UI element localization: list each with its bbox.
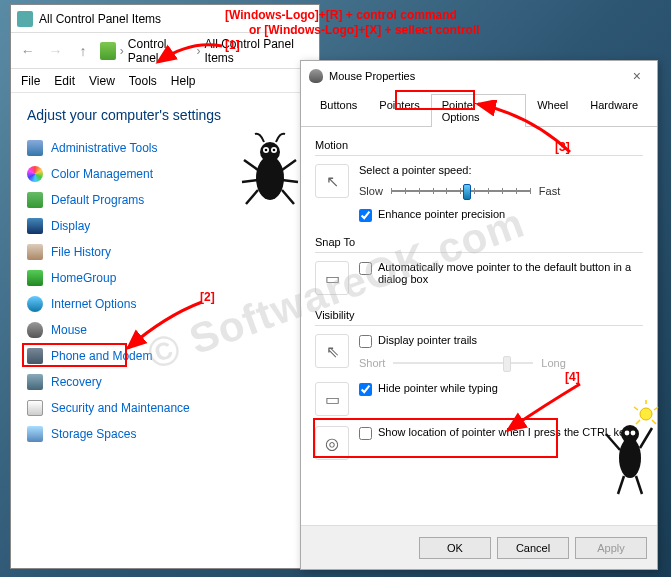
- cp-item-administrative-tools[interactable]: Administrative Tools: [11, 135, 319, 161]
- tab-pointer-options[interactable]: Pointer Options: [431, 94, 526, 127]
- cp-item-storage-spaces[interactable]: Storage Spaces: [11, 421, 319, 447]
- menu-view[interactable]: View: [89, 74, 115, 88]
- pointer-speed-icon: ↖: [315, 164, 349, 198]
- slow-label: Slow: [359, 185, 383, 197]
- group-title-motion: Motion: [315, 139, 643, 151]
- cp-item-homegroup[interactable]: HomeGroup: [11, 265, 319, 291]
- control-panel-list: Administrative Tools Color Management De…: [11, 129, 319, 453]
- tab-label: Pointers: [379, 99, 419, 111]
- pointer-trails-checkbox[interactable]: Display pointer trails: [359, 334, 643, 348]
- ok-button[interactable]: OK: [419, 537, 491, 559]
- dialog-title: Mouse Properties: [329, 70, 415, 82]
- cp-item-label: HomeGroup: [51, 271, 116, 285]
- admin-tools-icon: [27, 140, 43, 156]
- dialog-body: Motion ↖ Select a pointer speed: Slow Fa…: [301, 127, 657, 460]
- cp-item-label: Storage Spaces: [51, 427, 136, 441]
- cp-item-label: Administrative Tools: [51, 141, 158, 155]
- mouse-icon: [27, 322, 43, 338]
- long-label: Long: [541, 357, 565, 369]
- default-programs-icon: [27, 192, 43, 208]
- menu-edit[interactable]: Edit: [54, 74, 75, 88]
- cp-item-internet-options[interactable]: Internet Options: [11, 291, 319, 317]
- group-snap-to: Snap To ▭ Automatically move pointer to …: [315, 236, 643, 295]
- ctrl-locate-input[interactable]: [359, 427, 372, 440]
- tab-hardware[interactable]: Hardware: [579, 94, 649, 127]
- apply-button[interactable]: Apply: [575, 537, 647, 559]
- group-title-visibility: Visibility: [315, 309, 643, 321]
- address-bar: ← → ↑ › Control Panel › All Control Pane…: [11, 33, 319, 69]
- cp-item-label: File History: [51, 245, 111, 259]
- recovery-icon: [27, 374, 43, 390]
- breadcrumb[interactable]: › Control Panel › All Control Panel Item…: [100, 37, 313, 65]
- snap-to-label: Automatically move pointer to the defaul…: [378, 261, 643, 285]
- enhance-precision-input[interactable]: [359, 209, 372, 222]
- nav-up-button[interactable]: ↑: [72, 39, 94, 63]
- nav-forward-button[interactable]: →: [45, 39, 67, 63]
- window-title: All Control Panel Items: [39, 12, 161, 26]
- display-icon: [27, 218, 43, 234]
- cp-item-recovery[interactable]: Recovery: [11, 369, 319, 395]
- hide-pointer-icon: ▭: [315, 382, 349, 416]
- cp-item-mouse[interactable]: Mouse: [11, 317, 319, 343]
- menu-file[interactable]: File: [21, 74, 40, 88]
- cp-item-label: Recovery: [51, 375, 102, 389]
- chevron-right-icon: ›: [196, 44, 200, 58]
- heading-area: Adjust your computer's settings: [11, 93, 319, 129]
- dialog-titlebar: Mouse Properties ×: [301, 61, 657, 91]
- breadcrumb-item[interactable]: All Control Panel Items: [204, 37, 313, 65]
- nav-back-button[interactable]: ←: [17, 39, 39, 63]
- menu-bar: File Edit View Tools Help: [11, 69, 319, 93]
- tab-pointers[interactable]: Pointers: [368, 94, 430, 127]
- snap-to-checkbox[interactable]: Automatically move pointer to the defaul…: [359, 261, 643, 285]
- divider: [315, 155, 643, 156]
- cp-item-color-management[interactable]: Color Management: [11, 161, 319, 187]
- page-title: Adjust your computer's settings: [27, 107, 303, 123]
- ctrl-locate-checkbox[interactable]: Show location of pointer when I press th…: [359, 426, 631, 440]
- file-history-icon: [27, 244, 43, 260]
- control-panel-icon: [17, 11, 33, 27]
- phone-modem-icon: [27, 348, 43, 364]
- cp-item-label: Default Programs: [51, 193, 144, 207]
- breadcrumb-item[interactable]: Control Panel: [128, 37, 193, 65]
- tab-wheel[interactable]: Wheel: [526, 94, 579, 127]
- pointer-speed-slider[interactable]: [391, 182, 531, 200]
- cp-item-default-programs[interactable]: Default Programs: [11, 187, 319, 213]
- cp-item-file-history[interactable]: File History: [11, 239, 319, 265]
- divider: [315, 252, 643, 253]
- pointer-trails-label: Display pointer trails: [378, 334, 477, 346]
- short-label: Short: [359, 357, 385, 369]
- hide-pointer-input[interactable]: [359, 383, 372, 396]
- enhance-precision-checkbox[interactable]: Enhance pointer precision: [359, 208, 643, 222]
- tab-label: Pointer Options: [442, 99, 480, 123]
- fast-label: Fast: [539, 185, 560, 197]
- divider: [315, 325, 643, 326]
- mouse-icon: [309, 69, 323, 83]
- group-visibility: Visibility ⇖ Display pointer trails Shor…: [315, 309, 643, 460]
- cp-item-label: Color Management: [51, 167, 153, 181]
- pointer-trails-input[interactable]: [359, 335, 372, 348]
- hide-pointer-checkbox[interactable]: Hide pointer while typing: [359, 382, 498, 396]
- cp-item-phone-modem[interactable]: Phone and Modem: [11, 343, 319, 369]
- cp-item-display[interactable]: Display: [11, 213, 319, 239]
- menu-tools[interactable]: Tools: [129, 74, 157, 88]
- cancel-button[interactable]: Cancel: [497, 537, 569, 559]
- breadcrumb-icon: [100, 42, 116, 60]
- snap-to-input[interactable]: [359, 262, 372, 275]
- homegroup-icon: [27, 270, 43, 286]
- trails-length-slider: [393, 354, 533, 372]
- snap-to-icon: ▭: [315, 261, 349, 295]
- enhance-precision-label: Enhance pointer precision: [378, 208, 505, 220]
- close-button[interactable]: ×: [625, 66, 649, 86]
- cp-item-label: Security and Maintenance: [51, 401, 190, 415]
- cp-item-security-maintenance[interactable]: Security and Maintenance: [11, 395, 319, 421]
- tab-label: Buttons: [320, 99, 357, 111]
- cp-item-label: Phone and Modem: [51, 349, 152, 363]
- dialog-button-bar: OK Cancel Apply: [301, 525, 657, 569]
- tab-label: Hardware: [590, 99, 638, 111]
- tab-buttons[interactable]: Buttons: [309, 94, 368, 127]
- tab-strip: Buttons Pointers Pointer Options Wheel H…: [301, 93, 657, 127]
- chevron-right-icon: ›: [120, 44, 124, 58]
- menu-help[interactable]: Help: [171, 74, 196, 88]
- group-title-snapto: Snap To: [315, 236, 643, 248]
- color-management-icon: [27, 166, 43, 182]
